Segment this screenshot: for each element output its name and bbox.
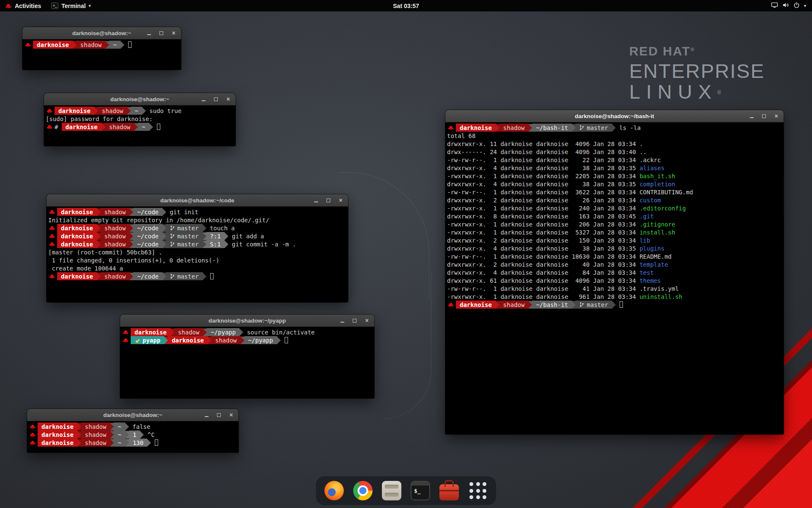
app-menu[interactable]: Terminal ▾ xyxy=(46,0,96,11)
terminal-text: drwxrwxr-x. 4 darknoise darknoise 38 Jan… xyxy=(447,245,639,252)
close-button[interactable]: × xyxy=(170,30,177,36)
app-grid-icon[interactable] xyxy=(467,480,488,501)
minimize-button[interactable] xyxy=(339,318,346,324)
minimize-button[interactable] xyxy=(146,30,152,36)
terminal-window-exit-codes[interactable]: darknoise@shadow:~×darknoiseshadow~ fals… xyxy=(27,409,239,453)
window-buttons: × xyxy=(313,194,344,206)
power-icon xyxy=(793,2,800,10)
prompt-segment-path: ~ xyxy=(114,439,125,447)
terminal-text: .gitignore xyxy=(639,221,675,228)
terminal-text: -rwxrwxr-x. 1 darknoise darknoise 206 Ja… xyxy=(447,221,639,228)
terminal-text: # xyxy=(55,124,62,130)
maximize-button[interactable] xyxy=(213,96,219,102)
close-button[interactable]: × xyxy=(228,412,234,418)
terminal-text: drwxrwxr-x. 2 darknoise darknoise 40 Jan… xyxy=(447,261,639,268)
terminal-content[interactable]: darknoiseshadow~ falsedarknoiseshadow~1 … xyxy=(27,421,239,453)
terminal-line: # darknoiseshadow~ xyxy=(46,123,234,131)
clock[interactable]: Sat 03:57 xyxy=(393,3,419,9)
prompt-segment-path: ~/code xyxy=(133,208,162,216)
window-titlebar[interactable]: darknoise@shadow:~× xyxy=(22,27,181,39)
close-button[interactable]: × xyxy=(773,113,779,119)
terminal-content[interactable]: darknoiseshadow~ xyxy=(22,39,181,70)
terminal-content[interactable]: darknoiseshadow~/code git initInitialize… xyxy=(47,207,348,302)
powerline-separator xyxy=(142,107,146,115)
minimize-button[interactable] xyxy=(749,113,755,119)
window-titlebar[interactable]: darknoise@shadow:~/bash-it× xyxy=(445,110,784,122)
terminal-text: create mode 100644 a xyxy=(48,265,123,272)
window-titlebar[interactable]: darknoise@shadow:~/pyapp× xyxy=(120,315,374,327)
terminal-content[interactable]: darknoiseshadow~/pyapp source bin/activa… xyxy=(120,327,374,398)
prompt-segment-venv: pyapp xyxy=(131,336,164,344)
terminal-text: -rwxrwxr-x. 1 darknoise darknoise 961 Ja… xyxy=(447,293,639,300)
toolbox-icon[interactable] xyxy=(439,480,460,501)
terminal-text: ls -la xyxy=(616,124,641,131)
prompt-segment-user: darknoise xyxy=(62,123,102,131)
terminal-content[interactable]: darknoiseshadow~/bash-itmaster ls -latot… xyxy=(445,122,784,434)
prompt-segment-git: master xyxy=(576,124,612,132)
powerline-separator xyxy=(73,41,77,49)
redhat-prompt-icon xyxy=(47,108,52,113)
terminal-text: false xyxy=(129,423,151,430)
maximize-button[interactable] xyxy=(351,318,358,324)
terminal-text: -rw-rw-r--. 1 darknoise darknoise 3622 J… xyxy=(447,189,639,196)
window-titlebar[interactable]: darknoise@shadow:~× xyxy=(27,409,239,421)
redhat-prompt-icon xyxy=(448,302,454,307)
minimize-button[interactable] xyxy=(200,96,207,102)
powerline-separator xyxy=(77,423,81,431)
prompt-segment-host: shadow xyxy=(211,336,241,344)
terminal-window-bash-it[interactable]: darknoise@shadow:~/bash-it×darknoiseshad… xyxy=(445,110,784,434)
minimize-button[interactable] xyxy=(203,412,210,418)
top-bar-left: Activities Terminal ▾ xyxy=(0,0,96,11)
powerline-separator xyxy=(127,107,131,115)
prompt-segment-path: ~ xyxy=(114,422,125,431)
powerline-separator xyxy=(110,439,114,447)
terminal-window-home[interactable]: darknoise@shadow:~×darknoiseshadow~ xyxy=(22,27,181,70)
close-button[interactable]: × xyxy=(337,197,344,204)
powerline-separator xyxy=(97,240,101,248)
window-titlebar[interactable]: darknoise@shadow:~× xyxy=(44,93,236,105)
maximize-button[interactable] xyxy=(325,197,332,204)
powerline-separator xyxy=(612,124,616,132)
minimize-button[interactable] xyxy=(313,197,319,204)
terminal-line: -rwxrwxr-x. 1 darknoise darknoise 2205 J… xyxy=(447,172,782,180)
files-icon[interactable] xyxy=(381,480,402,501)
powerline-separator xyxy=(528,124,532,132)
terminal-text: sudo true xyxy=(146,108,181,114)
powerline-separator xyxy=(277,337,281,344)
powerline-separator xyxy=(129,240,133,248)
powerline-separator xyxy=(162,232,166,240)
terminal-icon[interactable]: $_ xyxy=(410,480,431,501)
terminal-line: drwxrwxr-x. 2 darknoise darknoise 150 Ja… xyxy=(447,236,782,244)
close-button[interactable]: × xyxy=(225,96,231,102)
window-titlebar[interactable]: darknoise@shadow:~/code× xyxy=(47,194,348,207)
terminal-text: .travis.yml xyxy=(639,285,679,292)
powerline-separator xyxy=(129,224,133,232)
terminal-text: ^C xyxy=(144,431,154,438)
terminal-content[interactable]: darknoiseshadow~ sudo true[sudo] passwor… xyxy=(44,105,236,146)
activities-button[interactable]: Activities xyxy=(0,0,46,11)
prompt-segment-user: darknoise xyxy=(131,328,170,336)
terminal-line: [master (root-commit) 50bcb63] . xyxy=(48,248,346,256)
system-status-area[interactable]: ▾ xyxy=(765,0,812,11)
prompt-segment-git: master xyxy=(166,240,203,248)
terminal-text: drwxrwxr-x. 4 darknoise darknoise 38 Jan… xyxy=(447,165,639,171)
terminal-window-code[interactable]: darknoise@shadow:~/code×darknoiseshadow~… xyxy=(47,194,348,302)
maximize-button[interactable] xyxy=(158,30,165,36)
prompt-segment-user: darknoise xyxy=(33,41,73,49)
terminal-text: drwxrwxr-x. 4 darknoise darknoise 84 Jan… xyxy=(447,269,639,276)
close-button[interactable]: × xyxy=(364,318,370,324)
terminal-cursor xyxy=(210,273,214,279)
powerline-separator xyxy=(129,208,133,216)
terminal-text: git init xyxy=(166,209,198,215)
chrome-icon[interactable] xyxy=(352,480,373,501)
redhat-prompt-icon xyxy=(30,440,36,445)
maximize-button[interactable] xyxy=(761,113,767,119)
firefox-icon[interactable] xyxy=(324,480,345,501)
powerline-separator xyxy=(77,431,81,439)
terminal-window-pyapp[interactable]: darknoise@shadow:~/pyapp×darknoiseshadow… xyxy=(120,315,374,398)
terminal-line: darknoiseshadow~/codemasterS:1 git commi… xyxy=(48,240,346,248)
redhat-prompt-icon xyxy=(49,274,55,279)
powerline-separator xyxy=(121,41,124,49)
terminal-window-sudo[interactable]: darknoise@shadow:~×darknoiseshadow~ sudo… xyxy=(44,93,236,146)
maximize-button[interactable] xyxy=(216,412,222,418)
